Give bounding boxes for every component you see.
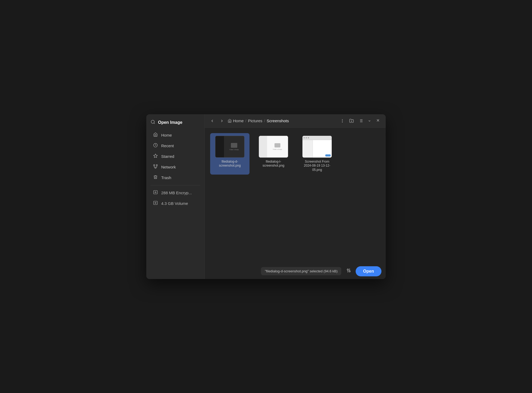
star-icon	[153, 154, 158, 159]
sidebar-header: Open Image	[146, 117, 205, 130]
svg-rect-5	[156, 164, 157, 166]
file-name-1: filedialog-d-screenshot.png	[214, 160, 246, 168]
sidebar-item-recent-label: Recent	[161, 143, 174, 148]
sidebar-item-starred-label: Starred	[161, 154, 174, 159]
status-actions: Open	[344, 266, 381, 276]
sidebar-item-recent[interactable]: Recent	[148, 141, 202, 151]
svg-point-29	[349, 271, 350, 272]
breadcrumb-sep-1: /	[245, 119, 246, 123]
network-icon	[153, 164, 158, 170]
sidebar-item-network[interactable]: Network	[148, 162, 202, 172]
breadcrumb-pictures[interactable]: Pictures	[248, 119, 262, 123]
breadcrumb: Home / Pictures / Screenshots	[228, 119, 336, 123]
file-item-1[interactable]: Folder is Empty filedialog-d-screenshot.…	[210, 133, 250, 175]
search-icon	[151, 120, 155, 126]
sidebar-item-vol1-label: 288 MB Encryp...	[161, 191, 192, 195]
svg-point-0	[151, 120, 154, 123]
file-name-2: filedialog-l-screenshot.png	[257, 160, 289, 168]
sidebar-item-starred[interactable]: Starred	[148, 151, 202, 162]
trash-icon	[153, 175, 158, 181]
dialog-title: Open Image	[158, 120, 182, 125]
toolbar-actions	[338, 117, 382, 125]
new-folder-button[interactable]	[347, 117, 356, 124]
file-name-3: Screenshot From 2024-08-19 13-12-05.png	[301, 160, 333, 172]
sidebar-item-trash[interactable]: Trash	[148, 173, 202, 183]
svg-line-1	[154, 123, 155, 124]
home-icon	[153, 132, 158, 138]
breadcrumb-sep-2: /	[264, 119, 265, 123]
back-button[interactable]	[209, 118, 216, 124]
view-dropdown-button[interactable]	[366, 118, 373, 124]
breadcrumb-home[interactable]: Home	[228, 119, 244, 123]
sidebar: Open Image Home	[146, 114, 205, 279]
sidebar-item-home[interactable]: Home	[148, 130, 202, 140]
close-button[interactable]	[374, 117, 382, 125]
svg-point-16	[342, 120, 343, 121]
sidebar-item-vol1[interactable]: 288 MB Encryp...	[148, 188, 202, 198]
breadcrumb-home-icon	[228, 119, 232, 123]
svg-rect-11	[153, 191, 157, 194]
view-list-button[interactable]	[357, 117, 365, 124]
disk-icon-1	[153, 190, 158, 196]
svg-point-12	[155, 192, 156, 193]
file-thumbnail-1: Folder is Empty	[215, 136, 244, 158]
svg-point-28	[347, 269, 348, 270]
sidebar-item-vol2-label: 4.3 GB Volume	[161, 201, 188, 206]
forward-button[interactable]	[218, 118, 226, 124]
disk-icon-2	[153, 201, 158, 206]
svg-point-17	[342, 122, 343, 122]
sidebar-divider	[151, 185, 200, 185]
file-grid: Folder is Empty filedialog-d-screenshot.…	[205, 128, 386, 264]
svg-point-14	[155, 202, 156, 203]
sidebar-item-home-label: Home	[161, 133, 172, 137]
open-button[interactable]: Open	[356, 266, 381, 276]
more-options-button[interactable]	[338, 117, 346, 124]
svg-rect-13	[153, 201, 157, 205]
toolbar: Home / Pictures / Screenshots	[205, 114, 386, 128]
svg-marker-3	[153, 154, 157, 157]
breadcrumb-screenshots[interactable]: Screenshots	[267, 119, 289, 123]
status-bar: "filedialog-d-screenshot.png" selected (…	[205, 264, 386, 279]
file-item-2[interactable]: Folder is Empty filedialog-l-screenshot.…	[254, 133, 293, 175]
sidebar-item-trash-label: Trash	[161, 175, 171, 180]
breadcrumb-home-label: Home	[233, 119, 244, 123]
file-dialog: Open Image Home	[146, 114, 386, 279]
file-thumbnail-3	[302, 136, 332, 158]
svg-point-15	[342, 119, 343, 120]
svg-rect-4	[153, 164, 155, 166]
selected-file-status: "filedialog-d-screenshot.png" selected (…	[261, 267, 341, 275]
file-thumbnail-2: Folder is Empty	[259, 136, 288, 158]
sidebar-item-network-label: Network	[161, 165, 176, 169]
sidebar-item-vol2[interactable]: 4.3 GB Volume	[148, 198, 202, 209]
main-panel: Home / Pictures / Screenshots	[205, 114, 386, 279]
recent-icon	[153, 143, 158, 149]
file-item-3[interactable]: Screenshot From 2024-08-19 13-12-05.png	[297, 133, 337, 175]
filter-button[interactable]	[344, 266, 353, 276]
